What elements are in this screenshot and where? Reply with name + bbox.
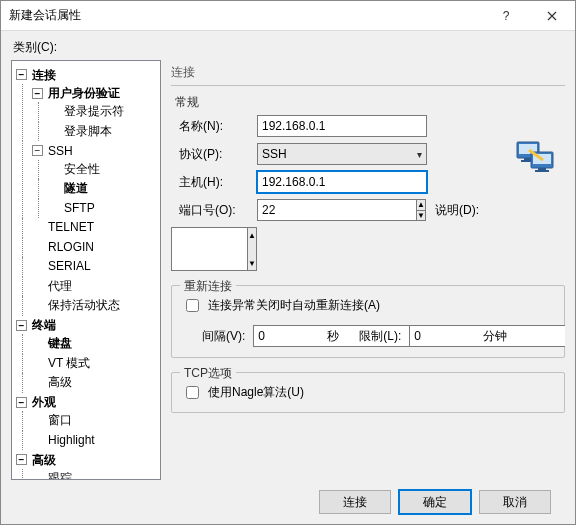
- collapse-icon[interactable]: −: [16, 69, 27, 80]
- spin-down-icon[interactable]: ▼: [417, 211, 425, 221]
- port-label: 端口号(O):: [171, 202, 257, 219]
- desc-input[interactable]: [171, 227, 248, 271]
- tree-keepalive[interactable]: 保持活动状态: [32, 296, 120, 314]
- scroll-down-icon[interactable]: ▼: [248, 256, 256, 270]
- tcp-group: TCP选项 使用Nagle算法(U): [171, 372, 565, 413]
- reconnect-legend: 重新连接: [180, 278, 236, 295]
- desc-label: 说明(D):: [427, 199, 565, 219]
- auto-reconnect-checkbox[interactable]: 连接异常关闭时自动重新连接(A): [182, 296, 380, 315]
- close-button[interactable]: [529, 1, 575, 31]
- tree-sftp[interactable]: SFTP: [48, 199, 95, 217]
- tree-telnet[interactable]: TELNET: [32, 218, 94, 236]
- category-tree[interactable]: −连接 −用户身份验证 登录提示符 登录脚本 −SSH: [11, 60, 161, 480]
- scroll-up-icon[interactable]: ▲: [248, 228, 256, 242]
- port-input[interactable]: [257, 199, 416, 221]
- session-icon: [427, 134, 565, 174]
- cancel-button[interactable]: 取消: [479, 490, 551, 514]
- tree-advanced[interactable]: −高级: [16, 451, 56, 469]
- tree-serial[interactable]: SERIAL: [32, 257, 91, 275]
- tree-userauth[interactable]: −用户身份验证: [32, 84, 120, 102]
- name-input[interactable]: [257, 115, 427, 137]
- nagle-checkbox[interactable]: 使用Nagle算法(U): [182, 383, 304, 402]
- host-label: 主机(H):: [171, 174, 257, 191]
- chevron-down-icon: ▾: [417, 149, 422, 160]
- tree-vtmode[interactable]: VT 模式: [32, 354, 90, 372]
- host-input[interactable]: [257, 171, 427, 193]
- collapse-icon[interactable]: −: [16, 397, 27, 408]
- tree-trace[interactable]: 跟踪: [32, 469, 72, 481]
- general-label: 常规: [171, 94, 565, 111]
- tree-loginscript[interactable]: 登录脚本: [48, 122, 112, 140]
- port-stepper[interactable]: ▲▼: [257, 199, 327, 221]
- tree-loginprompt[interactable]: 登录提示符: [48, 102, 124, 120]
- tree-rlogin[interactable]: RLOGIN: [32, 238, 94, 256]
- tree-ssh[interactable]: −SSH: [32, 142, 73, 160]
- tree-highlight[interactable]: Highlight: [32, 431, 95, 449]
- limit-label: 限制(L):: [359, 328, 401, 345]
- desc-scrollbar[interactable]: ▲▼: [248, 227, 257, 271]
- tree-terminal[interactable]: −终端: [16, 316, 56, 334]
- tree-security[interactable]: 安全性: [48, 160, 100, 178]
- svg-rect-6: [538, 168, 546, 170]
- collapse-icon[interactable]: −: [32, 88, 43, 99]
- tree-proxy[interactable]: 代理: [32, 277, 72, 295]
- protocol-select[interactable]: SSH ▾: [257, 143, 427, 165]
- category-label: 类别(C):: [13, 39, 565, 56]
- interval-label: 间隔(V):: [202, 328, 245, 345]
- tcp-legend: TCP选项: [180, 365, 236, 382]
- tree-advanced-terminal[interactable]: 高级: [32, 373, 72, 391]
- collapse-icon[interactable]: −: [32, 145, 43, 156]
- tree-appearance[interactable]: −外观: [16, 393, 56, 411]
- tree-keyboard[interactable]: 键盘: [32, 334, 72, 352]
- collapse-icon[interactable]: −: [16, 320, 27, 331]
- reconnect-group: 重新连接 连接异常关闭时自动重新连接(A) 间隔(V): ▲▼ 秒 限制(L):: [171, 285, 565, 358]
- help-button[interactable]: ?: [483, 1, 529, 31]
- limit-stepper[interactable]: ▲▼: [409, 325, 475, 347]
- svg-rect-7: [535, 170, 549, 172]
- titlebar: 新建会话属性 ?: [1, 1, 575, 31]
- close-icon: [547, 11, 557, 21]
- tree-window[interactable]: 窗口: [32, 411, 72, 429]
- tree-tunnel[interactable]: 隧道: [48, 179, 88, 197]
- ok-button[interactable]: 确定: [399, 490, 471, 514]
- collapse-icon[interactable]: −: [16, 454, 27, 465]
- section-connection: 连接: [171, 62, 565, 86]
- name-label: 名称(N):: [171, 118, 257, 135]
- minutes-label: 分钟: [483, 328, 507, 345]
- tree-connection[interactable]: −连接: [16, 66, 56, 84]
- seconds-label: 秒: [327, 328, 339, 345]
- window-title: 新建会话属性: [1, 7, 483, 24]
- protocol-label: 协议(P):: [171, 146, 257, 163]
- connect-button[interactable]: 连接: [319, 490, 391, 514]
- spin-up-icon[interactable]: ▲: [417, 200, 425, 211]
- interval-stepper[interactable]: ▲▼: [253, 325, 319, 347]
